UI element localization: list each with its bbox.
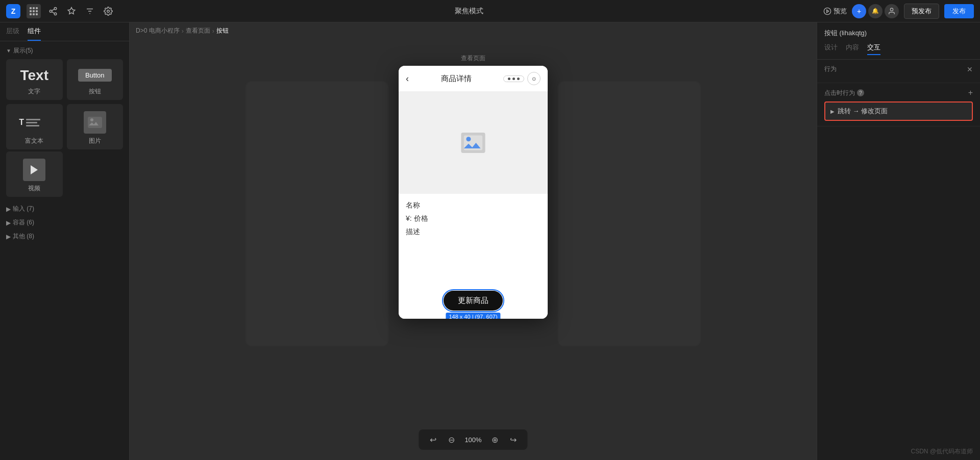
behavior-close-button[interactable]: ✕ xyxy=(967,65,973,73)
phone-action-more[interactable] xyxy=(503,75,524,82)
component-button[interactable]: Button 按钮 xyxy=(67,59,124,100)
notification-badge[interactable]: 🔔 xyxy=(868,4,883,18)
logo[interactable]: Z xyxy=(6,4,20,18)
right-tabs: 设计 内容 交互 xyxy=(824,43,973,55)
breadcrumb-part2: 查看页面 xyxy=(186,27,210,35)
button-preview-label: Button xyxy=(78,69,112,82)
click-behavior-label: 点击时行为 ? xyxy=(824,89,864,97)
text-preview-label: Text xyxy=(20,68,49,83)
phone-product-name: 名称 xyxy=(406,201,541,210)
phone-image-area xyxy=(399,92,548,194)
image-preview-icon xyxy=(84,111,106,134)
component-grid: Text 文字 Button 按钮 T xyxy=(6,59,123,149)
svg-point-16 xyxy=(466,137,471,141)
zoom-value: 100% xyxy=(462,436,483,444)
svg-point-9 xyxy=(824,8,830,14)
svg-marker-10 xyxy=(827,10,829,12)
video-preview-icon xyxy=(23,159,45,181)
grid-icon[interactable] xyxy=(27,4,41,18)
pin-icon[interactable] xyxy=(65,5,78,17)
page-label: 查看页面 xyxy=(461,54,485,63)
breadcrumb-sep2: › xyxy=(212,28,214,35)
filter-icon[interactable] xyxy=(84,5,96,17)
breadcrumb-part3: 按钮 xyxy=(216,27,229,35)
phone-product-desc: 描述 xyxy=(406,227,541,237)
phone-header: ‹ 商品详情 ⊙ xyxy=(399,66,548,92)
button-size-label: 148 x 40 | (97, 607) xyxy=(446,313,500,319)
tab-interact[interactable]: 交互 xyxy=(867,43,880,55)
component-text-label: 文字 xyxy=(28,87,40,96)
phone-footer: 更新商品 148 x 40 | (97, 607) xyxy=(399,285,548,319)
preview-label: 预览 xyxy=(834,7,847,16)
breadcrumb-sep1: › xyxy=(182,28,184,35)
component-button-label: 按钮 xyxy=(89,87,101,96)
phone-action-circle[interactable]: ⊙ xyxy=(527,72,541,85)
phone-title: 商品详情 xyxy=(441,74,472,84)
settings-icon[interactable] xyxy=(102,5,114,17)
breadcrumb-part1: D>0 电商小程序 xyxy=(136,27,180,35)
tab-content[interactable]: 内容 xyxy=(846,43,859,55)
watermark: CSDN @低代码布道师 xyxy=(911,447,973,456)
share-icon[interactable] xyxy=(47,5,59,17)
tab-design[interactable]: 设计 xyxy=(824,43,838,55)
component-text[interactable]: Text 文字 xyxy=(6,59,63,100)
svg-line-3 xyxy=(52,12,54,13)
phones-container: ‹ 商品详情 ⊙ xyxy=(130,66,817,346)
update-btn-wrapper: 更新商品 148 x 40 | (97, 607) xyxy=(444,291,503,311)
undo-button[interactable]: ↩ xyxy=(426,432,440,447)
svg-point-13 xyxy=(90,118,93,121)
sidebar-tabs: 层级 组件 xyxy=(0,22,129,41)
phone-image-icon xyxy=(461,133,485,153)
right-click-behavior-section: 点击时行为 ? + ▶ 跳转 → 修改页面 xyxy=(817,83,980,126)
phone-preview-right xyxy=(558,81,701,346)
tab-components[interactable]: 组件 xyxy=(28,27,41,41)
section-input[interactable]: ▶ 输入 (7) xyxy=(6,202,123,216)
zoom-out-button[interactable]: ⊖ xyxy=(444,432,458,447)
avatar-add[interactable]: + xyxy=(852,4,866,18)
svg-rect-12 xyxy=(88,117,102,128)
focus-mode-label: 聚焦模式 xyxy=(455,7,483,16)
phone-preview-left xyxy=(246,81,388,346)
svg-point-8 xyxy=(107,10,110,12)
phone-product-price: ¥: 价格 xyxy=(406,214,541,223)
component-richtext-label: 富文本 xyxy=(25,137,43,145)
svg-point-11 xyxy=(890,8,893,11)
zoom-in-button[interactable]: ⊕ xyxy=(488,432,502,447)
phone-content: 名称 ¥: 价格 描述 xyxy=(399,194,548,285)
sidebar-right: 按钮 (lihakqtg) 设计 内容 交互 行为 ✕ 点击时行为 ? + ▶ … xyxy=(817,22,980,460)
component-image-label: 图片 xyxy=(89,137,101,145)
section-container[interactable]: ▶ 容器 (6) xyxy=(6,216,123,229)
phone-main: ‹ 商品详情 ⊙ xyxy=(399,66,548,319)
right-component-title: 按钮 (lihakqtg) xyxy=(824,29,973,38)
action-expand-icon: ▶ xyxy=(830,109,835,114)
component-richtext[interactable]: T 富文本 xyxy=(6,104,63,149)
right-behavior-section: 行为 ✕ xyxy=(817,60,980,83)
phone-back-button[interactable]: ‹ xyxy=(406,73,409,84)
component-video[interactable]: 视频 xyxy=(6,151,63,197)
action-item-label: 跳转 → 修改页面 xyxy=(838,107,967,116)
user-icon[interactable] xyxy=(885,4,899,18)
update-product-button[interactable]: 更新商品 xyxy=(444,291,503,311)
behavior-label: 行为 xyxy=(824,65,837,73)
publish-button[interactable]: 发布 xyxy=(944,4,974,18)
section-other[interactable]: ▶ 其他 (8) xyxy=(6,229,123,243)
help-icon: ? xyxy=(857,89,864,96)
breadcrumb: D>0 电商小程序 › 查看页面 › 按钮 xyxy=(136,27,229,35)
tab-layers[interactable]: 层级 xyxy=(6,27,19,41)
action-item[interactable]: ▶ 跳转 → 修改页面 xyxy=(824,101,973,121)
svg-point-1 xyxy=(50,10,52,12)
bottom-toolbar: ↩ ⊖ 100% ⊕ ↪ xyxy=(419,429,527,450)
add-action-button[interactable]: + xyxy=(968,88,973,97)
svg-point-2 xyxy=(54,13,57,15)
component-image[interactable]: 图片 xyxy=(67,104,124,149)
topbar: Z 聚焦模式 预览 + 🔔 预发布 发布 xyxy=(0,0,980,22)
preview-button[interactable]: 预览 xyxy=(823,7,847,16)
redo-button[interactable]: ↪ xyxy=(506,432,521,447)
svg-line-4 xyxy=(52,9,54,10)
svg-point-0 xyxy=(54,7,57,10)
section-display[interactable]: ▼ 展示(5) xyxy=(6,46,123,55)
main-canvas: D>0 电商小程序 › 查看页面 › 按钮 查看页面 ‹ 商品详情 ⊙ xyxy=(130,22,817,460)
component-video-label: 视频 xyxy=(28,184,40,193)
pre-publish-button[interactable]: 预发布 xyxy=(904,4,939,19)
sidebar-left: 层级 组件 ▼ 展示(5) Text 文字 Button 按钮 xyxy=(0,22,130,460)
